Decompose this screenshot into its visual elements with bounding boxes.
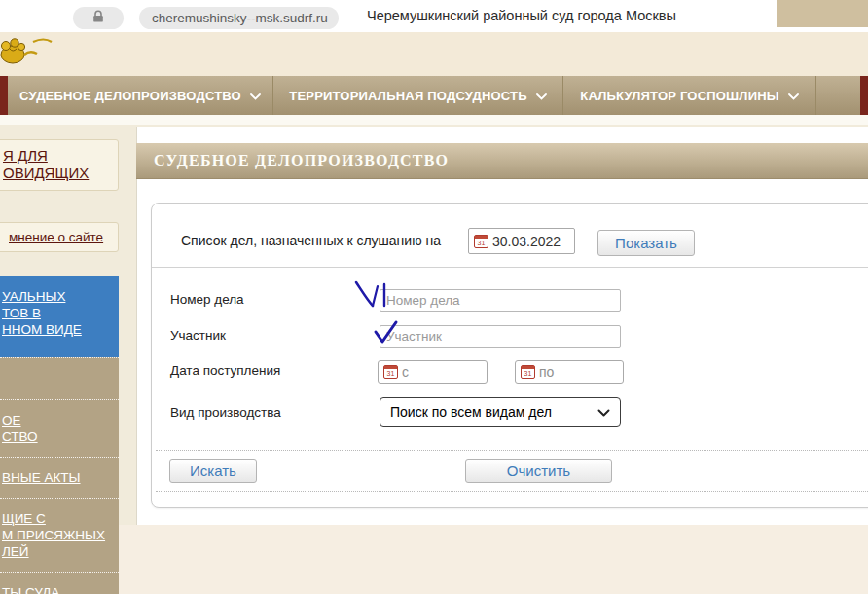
nav-item-territorial-jurisdiction[interactable]: ТЕРРИТОРИАЛЬНАЯ ПОДСУДНОСТЬ (273, 76, 563, 115)
sidebar-item-jury-cases[interactable]: ЩИЕ С М ПРИСЯЖНЫХ ЛЕЙ (0, 499, 119, 573)
sidebar-item-proceedings[interactable]: ОЕ СТВО (0, 400, 119, 458)
hearing-date-field[interactable] (492, 234, 569, 249)
sidebar-link-line: Я ДЛЯ (3, 147, 48, 164)
chevron-down-icon (597, 404, 610, 420)
nav-right-edge (860, 76, 868, 115)
address-bar[interactable]: cheremushinsky--msk.sudrf.ru (139, 7, 339, 29)
nav-left-edge (0, 76, 8, 115)
sidebar-vision-version-box: Я ДЛЯ ОВИДЯЩИХ (0, 139, 119, 191)
separator (156, 491, 868, 492)
page: cheremushinsky--msk.sudrf.ru Черемушкинс… (0, 0, 868, 594)
sidebar-menu: ОЕ СТВО ВНЫЕ АКТЫ ЩИЕ С М ПРИСЯЖНЫХ ЛЕЙ … (0, 357, 119, 594)
proceeding-type-value: Поиск по всем видам дел (390, 404, 552, 420)
nav-item-label: КАЛЬКУЛЯТОР ГОСПОШЛИНЫ (580, 89, 778, 103)
nav-item-court-proceedings[interactable]: СУДЕБНОЕ ДЕЛОПРОИЗВОДСТВО (8, 76, 273, 115)
sidebar-link-line: ОЕ (2, 412, 119, 428)
nav-filler (816, 76, 860, 115)
chrome-corner-strip (777, 0, 868, 27)
separator (156, 450, 868, 451)
chevron-down-icon (250, 89, 261, 103)
sidebar-item-cutoff (0, 358, 119, 400)
sidebar-item-acts[interactable]: ВНЫЕ АКТЫ (0, 458, 119, 499)
hearing-date-input[interactable]: 31 (468, 228, 575, 254)
sidebar-link-line: ЛЕЙ (2, 543, 119, 560)
date-to-field[interactable] (539, 364, 618, 380)
site-security-badge[interactable] (73, 7, 124, 29)
sidebar-link-line: СТВО (2, 428, 119, 445)
sidebar-link-site-feedback[interactable]: мнение о сайте (9, 230, 103, 244)
sidebar-item-efiling[interactable]: УАЛЬНЫХ ТОВ В ННОМ ВИДЕ (0, 276, 119, 357)
sidebar-link-line: ВНЫЕ АКТЫ (2, 469, 119, 486)
sidebar-link-line: УАЛЬНЫХ (2, 288, 119, 305)
sidebar-link-line: ТЫ СУДА (2, 584, 119, 594)
participant-input[interactable] (380, 325, 621, 348)
url-text: cheremushinsky--msk.sudrf.ru (152, 11, 328, 25)
case-number-input[interactable] (380, 289, 621, 312)
chevron-down-icon (536, 89, 547, 103)
hearing-list-label: Список дел, назначенных к слушанию на (181, 233, 441, 248)
case-search-form: Список дел, назначенных к слушанию на 31… (151, 203, 868, 508)
court-emblem-icon (0, 35, 53, 68)
page-title: Черемушкинский районный суд города Москв… (367, 8, 676, 23)
sidebar-link-line: М ПРИСЯЖНЫХ (2, 527, 119, 543)
separator (152, 267, 868, 268)
clear-button[interactable]: Очистить (465, 459, 612, 483)
sidebar-feedback-box: мнение о сайте (0, 222, 119, 252)
nav-item-label: ТЕРРИТОРИАЛЬНАЯ ПОДСУДНОСТЬ (289, 89, 527, 103)
date-from-field[interactable] (402, 364, 482, 380)
sidebar-link-vision-version[interactable]: Я ДЛЯ ОВИДЯЩИХ (3, 147, 89, 181)
sidebar-link-line: ОВИДЯЩИХ (3, 165, 89, 181)
receipt-date-label: Дата поступления (170, 363, 280, 378)
page-footer-area (119, 525, 868, 594)
nav-item-fee-calculator[interactable]: КАЛЬКУЛЯТОР ГОСПОШЛИНЫ (563, 76, 816, 115)
browser-chrome: cheremushinsky--msk.sudrf.ru Черемушкинс… (0, 0, 868, 32)
search-button[interactable]: Искать (169, 459, 257, 483)
participant-label: Участник (170, 328, 226, 343)
proceeding-type-select[interactable]: Поиск по всем видам дел (380, 397, 621, 427)
case-number-label: Номер дела (170, 292, 244, 307)
section-title: СУДЕБНОЕ ДЕЛОПРОИЗВОДСТВО (154, 152, 449, 168)
nav-item-label: СУДЕБНОЕ ДЕЛОПРОИЗВОДСТВО (19, 89, 241, 103)
nav-underline-strip (0, 115, 868, 125)
calendar-icon: 31 (383, 365, 398, 379)
calendar-icon: 31 (474, 235, 488, 248)
show-button[interactable]: Показать (597, 230, 695, 256)
sidebar-link-line: ННОМ ВИДЕ (2, 321, 119, 338)
sidebar-link-line: ТОВ В (2, 305, 119, 321)
sidebar-link-line: ЩИЕ С (2, 510, 119, 527)
date-from-input[interactable]: 31 (378, 360, 488, 384)
section-header: СУДЕБНОЕ ДЕЛОПРОИЗВОДСТВО (136, 143, 868, 179)
date-to-input[interactable]: 31 (515, 360, 624, 384)
sidebar-item-court-acts[interactable]: ТЫ СУДА (0, 573, 119, 594)
lock-icon (92, 10, 104, 27)
proceeding-type-label: Вид производства (170, 405, 281, 420)
chevron-down-icon (788, 89, 799, 103)
calendar-icon: 31 (521, 365, 535, 379)
main-nav: СУДЕБНОЕ ДЕЛОПРОИЗВОДСТВО ТЕРРИТОРИАЛЬНА… (0, 76, 868, 115)
site-banner (0, 32, 868, 76)
